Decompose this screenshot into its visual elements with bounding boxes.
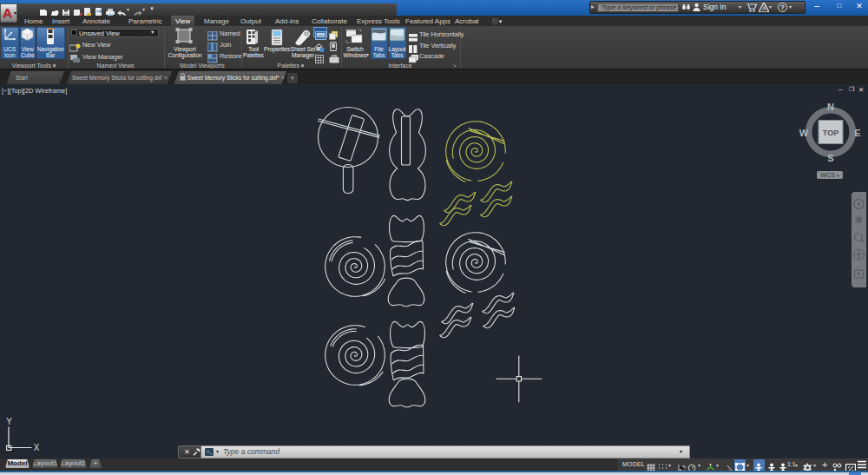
svg-text:N: N <box>827 102 834 112</box>
svg-text:W: W <box>799 128 809 138</box>
svg-text:Y: Y <box>6 417 12 426</box>
svg-text:TOP: TOP <box>823 129 838 137</box>
svg-text:S: S <box>827 153 833 163</box>
svg-text:A: A <box>762 5 766 11</box>
svg-text:X: X <box>34 443 40 452</box>
svg-text:E: E <box>854 128 860 138</box>
